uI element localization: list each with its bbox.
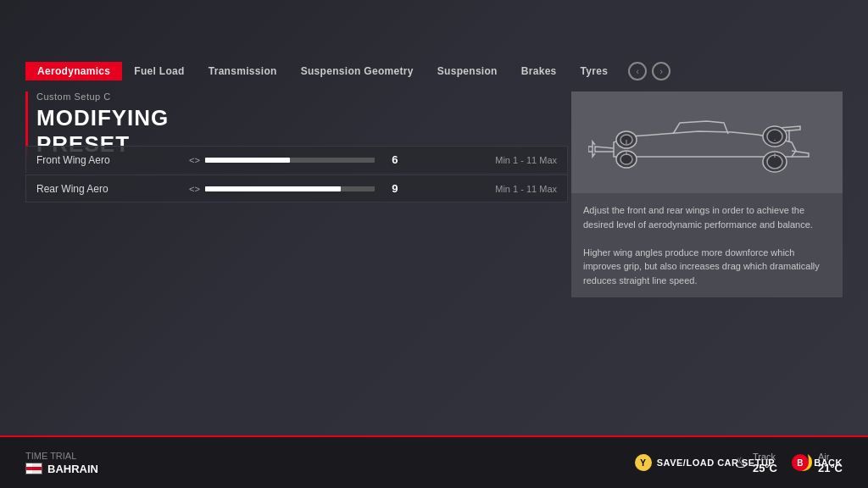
location-name: BAHRAIN [47, 463, 98, 475]
slider-bar-rear-wing[interactable] [205, 186, 375, 191]
tab-transmission[interactable]: Transmission [197, 62, 289, 80]
settings-panel: Front Wing Aero <> 6 Min 1 - 11 Max Rear… [25, 146, 568, 204]
setting-row-front-wing: Front Wing Aero <> 6 Min 1 - 11 Max [25, 146, 568, 173]
setting-control-front-wing: <> 6 [189, 153, 495, 166]
race-info: Time Trial BAHRAIN [25, 451, 98, 475]
slider-fill-front-wing [205, 158, 290, 163]
setting-range-front-wing: Min 1 - 11 Max [495, 155, 557, 165]
tab-suspension[interactable]: Suspension [426, 62, 509, 80]
info-panel: Adjust the front and rear wings in order… [571, 92, 843, 297]
y-button-icon: Y [635, 454, 652, 471]
info-description: Adjust the front and rear wings in order… [571, 193, 843, 297]
next-arrow[interactable]: › [652, 62, 670, 80]
setting-row-rear-wing: Rear Wing Aero <> 9 Min 1 - 11 Max [25, 175, 568, 202]
slider-fill-rear-wing [205, 186, 341, 191]
svg-point-7 [767, 130, 782, 143]
setting-range-rear-wing: Min 1 - 11 Max [495, 184, 557, 194]
save-load-button[interactable]: Y SAVE/LOAD CAR SETUP [635, 454, 775, 471]
tab-brakes[interactable]: Brakes [509, 62, 569, 80]
setting-control-rear-wing: <> 9 [189, 182, 495, 195]
svg-point-1 [620, 154, 632, 164]
tab-tyres[interactable]: Tyres [569, 62, 620, 80]
bottom-bar: Time Trial BAHRAIN ♨ Track 25°C 🌙 Air 21… [0, 437, 868, 488]
slider-bar-front-wing[interactable] [205, 158, 375, 163]
save-load-label: SAVE/LOAD CAR SETUP [657, 458, 775, 468]
tab-suspension-geometry[interactable]: Suspension Geometry [289, 62, 426, 80]
car-diagram [588, 104, 826, 180]
setting-name-rear-wing: Rear Wing Aero [36, 183, 189, 195]
control-arrows-rear-wing[interactable]: <> [189, 184, 200, 194]
tab-fuel-load[interactable]: Fuel Load [122, 62, 196, 80]
nav-arrows: ‹ › [628, 62, 670, 80]
setting-name-front-wing: Front Wing Aero [36, 154, 189, 166]
race-type: Time Trial [25, 451, 98, 461]
back-button[interactable]: B BACK [792, 454, 843, 471]
control-arrows-front-wing[interactable]: <> [189, 155, 200, 165]
tab-aerodynamics[interactable]: Aerodynamics [25, 62, 122, 80]
action-buttons: Y SAVE/LOAD CAR SETUP B BACK [635, 437, 843, 488]
race-location: BAHRAIN [25, 463, 98, 475]
bahrain-flag-icon [25, 463, 42, 474]
setting-value-front-wing: 6 [387, 153, 403, 166]
b-button-icon: B [792, 454, 809, 471]
prev-arrow[interactable]: ‹ [628, 62, 647, 80]
title-sub: Custom Setup C [36, 92, 263, 102]
nav-bar: Aerodynamics Fuel Load Transmission Susp… [25, 58, 843, 85]
back-label: BACK [814, 458, 843, 468]
car-image-area [571, 92, 843, 193]
setting-value-rear-wing: 9 [387, 182, 403, 195]
